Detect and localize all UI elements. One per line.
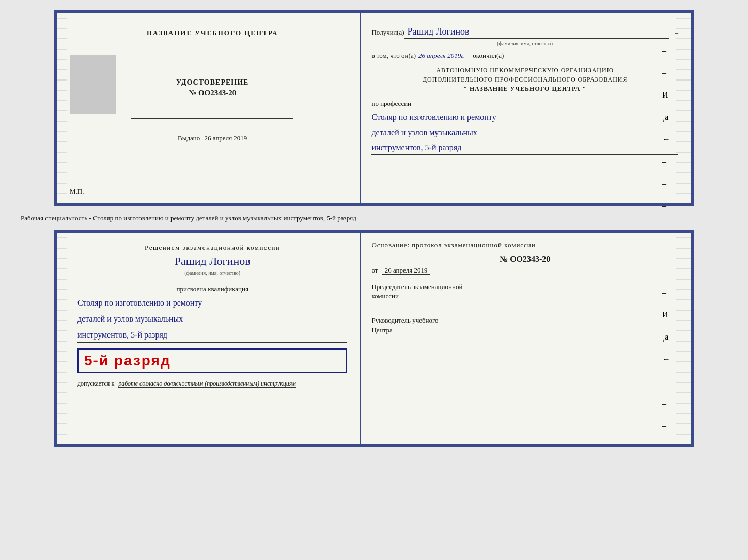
letter-a: ¸а [662,113,671,122]
dash6: – [662,201,671,211]
b-dash5: – [662,399,671,408]
osnovanie-text: Основание: протокол экзаменационной коми… [371,241,678,249]
b-letter-a: ¸а [662,332,671,342]
dash3: – [662,68,671,77]
vydano-row: Выдано 26 апреля 2019 [178,134,247,142]
dopusk-instructions: работе согласно должностным (производств… [118,380,296,388]
profession-line1: Столяр по изготовлению и ремонту [371,110,678,124]
b-dash4: – [662,377,671,386]
grade-text: 5-й разряд [84,353,340,369]
right-dashes: – – – И ¸а ← – – – [662,24,671,211]
org-block: АВТОНОМНУЮ НЕКОММЕРЧЕСКУЮ ОРГАНИЗАЦИЮ ДО… [371,66,678,93]
rukovoditel-line1: Руководитель учебного [371,316,678,325]
udostoverenie-title: УДОСТОВЕРЕНИЕ [176,78,248,87]
dash1: – [662,24,671,33]
ot-date-row: от 26 апреля 2019 [371,266,678,275]
top-doc-left-panel: НАЗВАНИЕ УЧЕБНОГО ЦЕНТРА УДОСТОВЕРЕНИЕ №… [57,13,361,203]
b-arrow: ← [662,355,671,364]
org-line3: " НАЗВАНИЕ УЧЕБНОГО ЦЕНТРА " [371,84,678,93]
predsedatel-text: Председатель экзаменационной комиссии [371,282,678,301]
dash4: – [662,157,671,166]
vydano-date: 26 апреля 2019 [205,134,247,142]
po-professii-label: по профессии [371,100,678,108]
bottom-doc-left: Решением экзаменационной комиссии Рашид … [57,233,361,444]
b-dash3: – [662,288,671,297]
b-dash6: – [662,421,671,430]
vtom-date: 26 апреля 2019г. [416,52,467,60]
arrow-left: ← [662,135,671,144]
fio-subtitle-bottom: (фамилия, имя, отчество) [77,270,347,276]
grade-box: 5-й разряд [77,348,347,373]
dopusk-row: допускается к работе согласно должностны… [77,380,347,388]
qual-line1: Столяр по изготовлению и ремонту [77,296,347,310]
top-doc-right-panel: Получил(а) Рашид Логинов – (фамилия, имя… [361,13,691,203]
top-document: НАЗВАНИЕ УЧЕБНОГО ЦЕНТРА УДОСТОВЕРЕНИЕ №… [54,10,694,206]
top-doc-center-title: НАЗВАНИЕ УЧЕБНОГО ЦЕНТРА [147,29,278,37]
poluchil-label: Получил(а) [371,28,404,37]
resheniem-text: Решением экзаменационной комиссии [77,244,347,252]
vtom-row: в том, что он(а) 26 апреля 2019г. окончи… [371,52,678,60]
bottom-name: Рашид Логинов [77,254,347,268]
fio-subtitle-top: (фамилия, имя, отчество) [371,41,678,46]
org-line2: ДОПОЛНИТЕЛЬНОГО ПРОФЕССИОНАЛЬНОГО ОБРАЗО… [371,75,678,84]
page-container: НАЗВАНИЕ УЧЕБНОГО ЦЕНТРА УДОСТОВЕРЕНИЕ №… [10,10,738,447]
predsedatel-line1: Председатель экзаменационной [371,282,678,292]
photo-placeholder [70,55,116,114]
profession-line3: инструментов, 5-й разряд [371,141,678,155]
dash5: – [662,179,671,188]
doc-number: № OO2343-20 [176,89,248,98]
ot-label: от [371,266,378,274]
recipient-name: Рашид Логинов [404,26,670,39]
vtom-label: в том, что он(а) [371,52,416,60]
rukovoditel-line2: Центра [371,326,678,335]
predsedatel-signature-line [371,308,555,308]
protocol-number: № OO2343-20 [371,254,678,264]
qual-line3: инструментов, 5-й разряд [77,328,347,342]
b-dash1: – [662,244,671,253]
b-letter-i: И [662,310,671,319]
predsedatel-line2: комиссии [371,292,678,301]
vydano-label: Выдано [178,134,200,142]
signature-area-top [131,118,293,119]
b-dash7: – [662,443,671,453]
bottom-right-dashes: – – – И ¸а ← – – – – [662,244,671,453]
udostoverenie-block: УДОСТОВЕРЕНИЕ № OO2343-20 [176,78,248,98]
okonchil-label: окончил(а) [473,52,504,60]
bottom-document: Решением экзаменационной комиссии Рашид … [54,230,694,447]
poluchil-row: Получил(а) Рашид Логинов – [371,26,678,39]
dopusk-prefix: допускается к [77,380,114,387]
profession-line2: деталей и узлов музыкальных [371,126,678,140]
between-label: Рабочая специальность - Столяр по изгото… [21,214,738,222]
bottom-left-stripe [57,233,67,444]
qual-line2: деталей и узлов музыкальных [77,312,347,326]
rukovoditel-text: Руководитель учебного Центра [371,316,678,334]
letter-i: И [662,90,671,100]
org-line1: АВТОНОМНУЮ НЕКОММЕРЧЕСКУЮ ОРГАНИЗАЦИЮ [371,66,678,75]
b-dash2: – [662,266,671,275]
rukovoditel-signature-line [371,342,555,342]
prisvoena-text: присвоена квалификация [77,285,347,293]
dash-after-name: – [675,28,678,37]
ot-date-value: 26 апреля 2019 [382,266,430,275]
dash2: – [662,46,671,55]
mp-label: М.П. [70,187,84,196]
bottom-doc-right: Основание: протокол экзаменационной коми… [361,233,691,444]
